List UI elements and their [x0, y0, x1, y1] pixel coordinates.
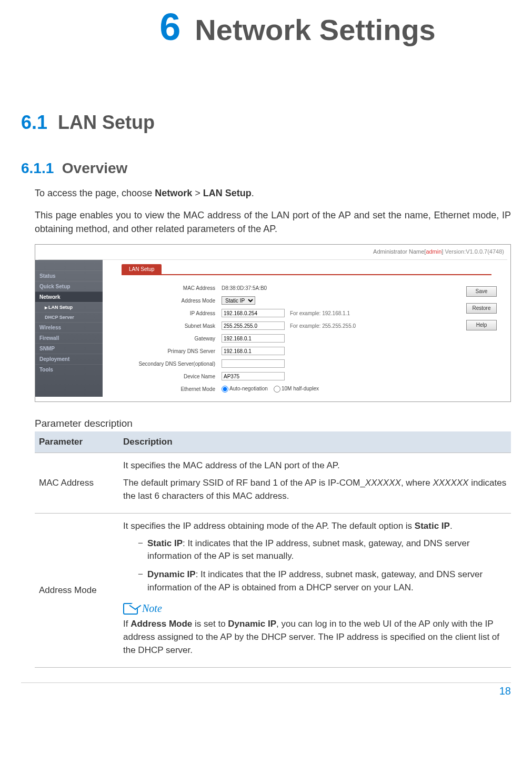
help-button[interactable]: Help	[466, 320, 497, 330]
subsection-title: Overview	[62, 160, 128, 176]
col-description: Description	[119, 431, 511, 453]
subnet-mask-hint: For example: 255.255.255.0	[290, 323, 356, 329]
subnet-mask-input[interactable]	[222, 321, 285, 330]
chapter-title: Network Settings	[195, 13, 435, 46]
ethernet-mode-10m-radio[interactable]	[274, 386, 280, 393]
param-address-mode: Address Mode	[35, 514, 119, 668]
mac-address-value: D8:38:0D:37:5A:B0	[222, 285, 267, 291]
section-title: LAN Setup	[58, 112, 155, 133]
secondary-dns-label: Secondary DNS Server(optional)	[122, 361, 222, 367]
sidebar-item-quick-setup[interactable]: Quick Setup	[35, 281, 103, 292]
sidebar-sub-dhcp-server[interactable]: DHCP Server	[35, 312, 103, 322]
note-block: Note If Address Mode is set to Dynamic I…	[123, 602, 507, 657]
sidebar-sub-lan-setup[interactable]: LAN Setup	[35, 302, 103, 312]
note-icon	[123, 603, 138, 615]
address-mode-select[interactable]: Static IP	[222, 296, 255, 305]
intro-paragraph-2: This page enables you to view the MAC ad…	[35, 208, 511, 236]
ethernet-mode-label: Ethernet Mode	[122, 386, 222, 392]
parameter-description-table: Parameter Description MAC Address It spe…	[35, 431, 511, 668]
primary-dns-input[interactable]	[222, 347, 285, 355]
secondary-dns-input[interactable]	[222, 359, 285, 368]
chapter-heading: 6 Network Settings	[21, 5, 511, 48]
screenshot-sidebar: Status Quick Setup Network LAN Setup DHC…	[35, 260, 103, 397]
note-label: Note	[142, 602, 162, 615]
sidebar-item-firewall[interactable]: Firewall	[35, 333, 103, 343]
list-item: Static IP: It indicates that the IP addr…	[138, 537, 507, 563]
tab-lan-setup[interactable]: LAN Setup	[122, 264, 162, 274]
device-name-input[interactable]	[222, 372, 285, 380]
section-6-1-heading: 6.1 LAN Setup	[21, 112, 511, 134]
subnet-mask-label: Subnet Mask	[122, 323, 222, 329]
subsection-number: 6.1.1	[21, 160, 54, 176]
table-row: Address Mode It specifies the IP address…	[35, 514, 511, 668]
device-name-label: Device Name	[122, 374, 222, 379]
sidebar-item-wireless[interactable]: Wireless	[35, 322, 103, 333]
gateway-input[interactable]	[222, 334, 285, 343]
sidebar-item-snmp[interactable]: SNMP	[35, 343, 103, 354]
ip-address-hint: For example: 192.168.1.1	[290, 310, 350, 316]
access-path-paragraph: To access the page, choose Network > LAN…	[35, 186, 511, 200]
save-button[interactable]: Save	[466, 286, 497, 297]
desc-mac-address: It specifies the MAC address of the LAN …	[119, 453, 511, 514]
gateway-label: Gateway	[122, 336, 222, 341]
sidebar-item-network[interactable]: Network	[35, 292, 103, 302]
table-row: MAC Address It specifies the MAC address…	[35, 453, 511, 514]
screenshot-topbar: Administrator Name[admin] Version:V1.0.0…	[35, 245, 510, 259]
chapter-number: 6	[159, 6, 180, 48]
sidebar-item-tools[interactable]: Tools	[35, 364, 103, 375]
param-table-caption: Parameter description	[35, 418, 511, 429]
address-mode-label: Address Mode	[122, 298, 222, 304]
ip-address-label: IP Address	[122, 310, 222, 316]
desc-address-mode: It specifies the IP address obtaining mo…	[119, 514, 511, 668]
lan-form: MAC Address D8:38:0D:37:5A:B0 Address Mo…	[122, 283, 510, 394]
col-parameter: Parameter	[35, 431, 119, 453]
sidebar-item-status[interactable]: Status	[35, 270, 103, 281]
mac-address-label: MAC Address	[122, 285, 222, 291]
restore-button[interactable]: Restore	[466, 303, 497, 314]
sidebar-item-deployment[interactable]: Deployment	[35, 354, 103, 364]
ethernet-mode-auto-radio[interactable]	[222, 386, 228, 393]
param-mac-address: MAC Address	[35, 453, 119, 514]
primary-dns-label: Primary DNS Server	[122, 348, 222, 354]
ip-address-input[interactable]	[222, 309, 285, 317]
section-number: 6.1	[21, 112, 47, 133]
section-6-1-1-heading: 6.1.1 Overview	[21, 160, 511, 177]
page-number: 18	[21, 682, 511, 697]
list-item: Dynamic IP: It indicates that the IP add…	[138, 568, 507, 594]
lan-setup-screenshot: Administrator Name[admin] Version:V1.0.0…	[35, 244, 511, 402]
